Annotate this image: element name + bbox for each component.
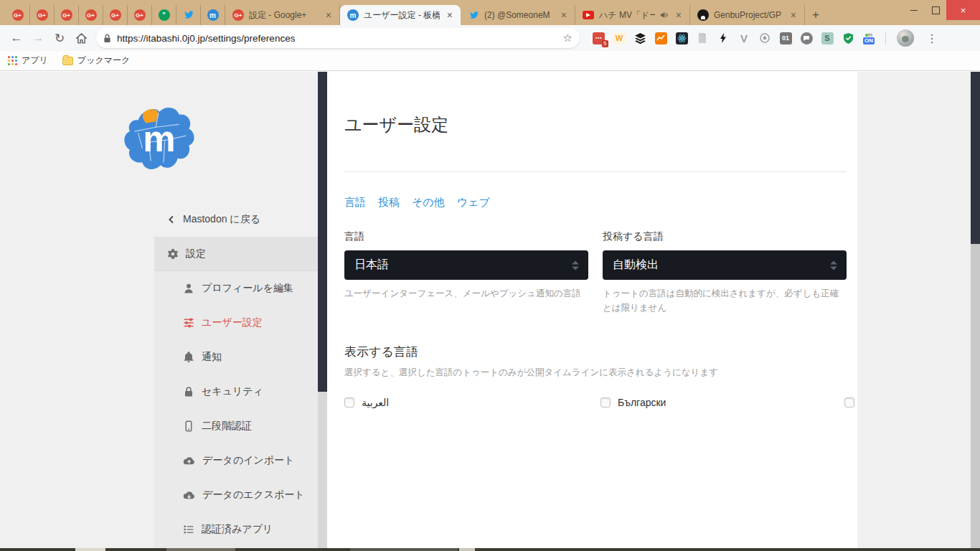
- zero-one-extension-icon[interactable]: 01: [778, 31, 793, 45]
- target-extension-icon[interactable]: [758, 31, 772, 45]
- shield-extension-icon[interactable]: [841, 31, 855, 45]
- tab-close-icon[interactable]: ×: [788, 9, 798, 21]
- react-devtools-extension-icon[interactable]: [674, 31, 689, 45]
- pinned-tab-mastodon[interactable]: m: [201, 5, 225, 25]
- cloud-download-icon: [183, 490, 195, 501]
- language-option[interactable]: العربية: [344, 394, 600, 410]
- link-other[interactable]: その他: [412, 196, 445, 209]
- sidebar-item-data-import[interactable]: データのインポート: [154, 443, 318, 478]
- pinned-tab-googleplus[interactable]: G+: [128, 5, 152, 25]
- back-to-mastodon-link[interactable]: Mastodon に戻る: [154, 209, 318, 230]
- analytics-extension-icon[interactable]: [654, 31, 668, 45]
- sidebar-item-edit-profile[interactable]: プロフィールを編集: [154, 271, 318, 306]
- red-dots-extension-icon[interactable]: ⋯5: [591, 31, 606, 45]
- mobile-icon: [183, 420, 194, 432]
- address-bar[interactable]: https://itabashi.0j0.jp/settings/prefere…: [96, 28, 580, 48]
- settings-sidebar: m Mastodon に戻る 設定 プロフィールを編集 ユーザー設定: [0, 72, 318, 548]
- sidebar-item-label: 設定: [186, 248, 206, 260]
- bookmarks-folder[interactable]: ブックマーク: [62, 55, 130, 67]
- w-extension-icon[interactable]: W: [612, 31, 626, 45]
- browser-tab-bar: G+ G+ G+ G+ G+ G+ ” m G+ 設定 - Google+ × …: [0, 0, 980, 25]
- sidebar-item-two-factor[interactable]: 二段階認証: [154, 409, 318, 443]
- home-button[interactable]: [70, 27, 92, 49]
- tab-twitter[interactable]: (2) @SomeoneM ×: [461, 5, 575, 25]
- new-tab-button[interactable]: +: [805, 5, 826, 25]
- lightning-extension-icon[interactable]: [716, 31, 730, 45]
- tab-github[interactable]: GenbuProject/GP ×: [690, 5, 805, 25]
- pinned-tab-googleplus[interactable]: G+: [55, 5, 79, 25]
- pinned-tab-googleplus[interactable]: G+: [6, 5, 30, 25]
- page-right-gutter: [857, 72, 971, 548]
- field-hint: ユーザーインターフェース、メールやプッシュ通知の言語: [344, 286, 588, 301]
- vimium-extension-icon[interactable]: V: [737, 31, 751, 45]
- youtube-icon: [583, 11, 594, 19]
- page-scrollbar[interactable]: [971, 72, 980, 548]
- googleplus-icon: G+: [12, 9, 24, 21]
- pinned-tab-googleplus[interactable]: G+: [30, 5, 55, 25]
- tab-title: ユーザー設定 - 板橋: [364, 9, 440, 22]
- tab-googleplus-settings[interactable]: G+ 設定 - Google+ ×: [225, 5, 340, 25]
- bookmark-star-icon[interactable]: ☆: [563, 32, 573, 44]
- tab-user-settings-active[interactable]: m ユーザー設定 - 板橋 ×: [340, 5, 461, 25]
- interface-language-select[interactable]: 日本語: [344, 250, 588, 280]
- s-extension-icon[interactable]: S: [820, 31, 834, 45]
- back-label: Mastodon に戻る: [183, 213, 260, 226]
- tab-youtube[interactable]: ハチ MV「ドーナ ×: [575, 5, 690, 25]
- sidebar-item-notifications[interactable]: 通知: [154, 340, 318, 375]
- sidebar-scrollbar[interactable]: [318, 72, 327, 548]
- checkbox-icon[interactable]: [344, 397, 354, 408]
- window-close-button[interactable]: ×: [946, 0, 980, 20]
- window-restore-button[interactable]: [925, 0, 946, 20]
- forward-button[interactable]: →: [27, 27, 49, 49]
- language-option[interactable]: Български: [600, 394, 844, 410]
- posting-language-select[interactable]: 自動検出: [603, 250, 847, 280]
- apps-shortcut[interactable]: アプリ: [7, 55, 48, 67]
- link-web[interactable]: ウェブ: [457, 196, 490, 209]
- lock-icon: [183, 386, 194, 397]
- sidebar-item-label: データのインポート: [202, 454, 294, 467]
- tab-close-icon[interactable]: ×: [674, 9, 684, 21]
- reload-button[interactable]: ↻: [49, 27, 70, 49]
- sidebar-item-security[interactable]: セキュリティ: [154, 375, 318, 409]
- toolbar-divider: [885, 32, 886, 44]
- url-text[interactable]: https://itabashi.0j0.jp/settings/prefere…: [117, 33, 563, 44]
- profile-avatar[interactable]: [897, 29, 914, 47]
- apps-label: アプリ: [22, 55, 48, 67]
- pinned-tab-twitter[interactable]: [176, 5, 201, 25]
- browser-toolbar: ← → ↻ https://itabashi.0j0.jp/settings/p…: [0, 25, 980, 51]
- sidebar-item-label: データのエクスポート: [202, 489, 305, 501]
- tab-close-icon[interactable]: ×: [324, 9, 334, 21]
- googleplus-icon: G+: [134, 9, 146, 21]
- pinned-tab-googleplus[interactable]: G+: [79, 5, 103, 25]
- tab-close-icon[interactable]: ×: [445, 9, 455, 21]
- sidebar-item-settings[interactable]: 設定: [154, 237, 318, 271]
- pinned-tab-googleplus[interactable]: G+: [103, 5, 128, 25]
- language-label: Български: [618, 397, 666, 408]
- m-glyph: m: [865, 32, 872, 37]
- tab-title: (2) @SomeoneM: [484, 10, 554, 20]
- page-scrollbar-thumb[interactable]: [971, 72, 980, 244]
- pinned-tab-hangouts[interactable]: ”: [152, 5, 176, 25]
- sidebar-item-authorized-apps[interactable]: 認証済みアプリ: [154, 512, 318, 547]
- sidebar-item-label: 通知: [202, 351, 222, 364]
- checkbox-icon[interactable]: [600, 397, 611, 408]
- browser-menu-icon[interactable]: ⋮: [926, 32, 938, 45]
- audio-speaker-icon[interactable]: [660, 11, 669, 19]
- checkbox-icon[interactable]: [844, 397, 854, 408]
- sidebar-item-data-export[interactable]: データのエクスポート: [154, 478, 318, 512]
- extension-badge: 5: [602, 40, 608, 47]
- stack-extension-icon[interactable]: [633, 31, 647, 45]
- window-minimize-button[interactable]: [903, 0, 925, 20]
- page-extension-icon[interactable]: [695, 31, 710, 45]
- sidebar-scrollbar-thumb[interactable]: [318, 72, 327, 392]
- selected-value: 自動検出: [613, 258, 659, 273]
- tab-close-icon[interactable]: ×: [559, 9, 569, 21]
- sidebar-item-user-settings[interactable]: ユーザー設定: [154, 306, 318, 340]
- chat-extension-icon[interactable]: [799, 31, 814, 45]
- link-language[interactable]: 言語: [344, 196, 366, 209]
- back-button[interactable]: ←: [6, 27, 27, 49]
- filter-languages-title: 表示する言語: [344, 344, 857, 360]
- link-posting[interactable]: 投稿: [378, 196, 400, 209]
- mastodon-on-extension-icon[interactable]: m ON: [862, 31, 876, 45]
- mastodon-icon: m: [347, 9, 359, 21]
